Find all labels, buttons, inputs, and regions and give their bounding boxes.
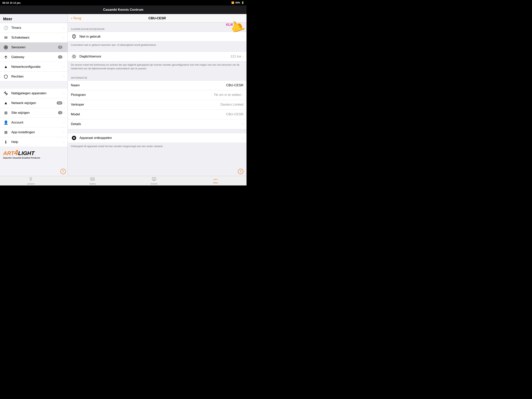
sidebar-label-help: Help [11,140,63,144]
chevron-icon: › [63,65,64,69]
sidebar-item-site-wijzigen[interactable]: ⊞ Site wijzigen 1 › [0,108,68,118]
sidebar-label-rechten: Rechten [11,75,63,78]
sidebar-divider [0,81,68,89]
help-button-left[interactable]: ? [60,169,66,174]
section-informatie-header: INFORMATIE [68,73,247,80]
sensoren-badge: 1 [58,45,62,49]
spacer [68,50,247,52]
sidebar-label-gateway: Gateway [11,55,58,59]
battery-icon: 🔋 [241,1,244,4]
info-naam-row: Naam CBU-CESR [68,80,247,90]
chevron-icon: › [63,111,64,115]
galerij-tab-icon [90,177,95,182]
chevron-icon: › [242,55,243,58]
chevron-icon: › [63,36,64,39]
content-area: ‹ Terug CBU-CESR AANWEZIGHEIDSSENSOR Nie… [68,14,247,176]
content-header: ‹ Terug CBU-CESR [68,14,247,23]
sidebar-item-schakelaars[interactable]: ✉ Schakelaars › [0,33,68,42]
aanwezigheidssensor-description: Controleert wat er gebeurt wanneer aan- … [68,41,247,50]
app-instellingen-icon: ⊞ [3,129,9,135]
tab-meer[interactable]: ••• Meer [185,176,247,186]
sidebar-item-help[interactable]: ℹ Help › [0,137,68,147]
sidebar-item-rechten[interactable]: Rechten › [0,72,68,81]
chevron-icon: › [63,26,64,30]
chevron-icon: › [63,91,64,95]
back-label: Terug [73,16,81,20]
status-time-area: 08:18 Di 12 jan. [2,1,21,4]
chevron-icon: › [242,93,243,97]
sidebar-label-timers: Timers [11,26,63,30]
svg-line-13 [72,55,73,55]
chevron-icon: › [242,136,243,140]
scenes-tab-label: Scènes [151,183,158,185]
tab-lampen[interactable]: Lampen [0,176,62,186]
gateway-badge: 1 [58,55,62,59]
chevron-icon: › [63,55,64,59]
sidebar-item-account[interactable]: 👤 Account › [0,118,68,127]
sidebar-item-nabijgelegen[interactable]: Nabijgelegen apparaten › [0,89,68,98]
logo-subtitle: Importer Casambi Enabled Products [3,157,64,159]
schakelaars-icon: ✉ [3,35,9,40]
ontkoppelen-label: Apparaat ontkoppelen [79,136,241,140]
info-pictogram-row[interactable]: Pictogram Tik om in te stellen › [68,90,247,100]
lampen-tab-icon [29,177,33,182]
sidebar-item-timers[interactable]: 🕐 Timers › [0,23,68,33]
sidebar-item-netwerk-wijzigen[interactable]: ▲ Netwerk wijzigen 32 › [0,98,68,108]
account-icon: 👤 [3,120,9,125]
sidebar: Meer 🕐 Timers › ✉ Schakelaars › Sensoren… [0,14,68,176]
sidebar-item-sensoren[interactable]: Sensoren 1 › [0,42,68,52]
info-verkoper-row: Verkoper Danlers Limited [68,100,247,110]
tab-galerij[interactable]: Galerij [62,176,123,186]
sidebar-item-gateway[interactable]: Gateway 1 › [0,52,68,62]
logo-light: LIGHT [18,150,34,156]
details-label: Details [71,122,100,126]
sidebar-item-netwerkconfiguratie[interactable]: ▲ Netwerkconfiguratie › [0,62,68,72]
pictogram-value: Tik om in te stellen [214,93,241,97]
chevron-icon: › [63,101,64,105]
chevron-icon: › [63,130,64,134]
svg-marker-25 [154,178,155,180]
logo-area: ART4LIGHT Importer Casambi Enabled Produ… [0,147,68,162]
meer-tab-icon: ••• [213,178,218,181]
svg-line-15 [72,58,73,58]
sidebar-label-account: Account [11,121,63,124]
battery-text: 80% [235,1,240,4]
timers-icon: 🕐 [3,25,9,31]
tab-bar: Lampen Galerij Scènes ••• Meer [0,176,247,186]
daglichtsensor-row[interactable]: Daglichtsensor 121 lux › [68,52,247,61]
svg-point-8 [73,56,75,58]
tab-scenes[interactable]: Scènes [123,176,185,186]
help-button-right[interactable]: ? [238,169,243,174]
logo-text: ART4LIGHT [3,149,64,157]
app-title: Casambi Kennis Centrum [103,8,144,12]
naam-value: CBU-CESR [100,83,243,87]
daglichtsensor-label: Daglichtsensor [79,55,231,58]
sidebar-item-app-instellingen[interactable]: ⊞ App-instellingen › [0,127,68,137]
back-button[interactable]: ‹ Terug [71,16,81,20]
chevron-icon: › [63,140,64,144]
netwerk-wijzigen-badge: 32 [57,101,62,105]
netwerkconfiguratie-icon: ▲ [3,64,9,70]
wifi-icon: 📶 [231,1,234,4]
section-aanwezigheidssensor-header: AANWEZIGHEIDSSENSOR [68,25,247,32]
site-wijzigen-badge: 1 [58,111,62,114]
aanwezigheidssensor-row[interactable]: Niet in gebruik › [68,32,247,41]
help-icon: ℹ [3,139,9,145]
main-layout: Meer 🕐 Timers › ✉ Schakelaars › Sensoren… [0,14,247,176]
spacer [68,23,247,25]
svg-point-7 [74,35,75,36]
sidebar-label-site-wijzigen: Site wijzigen [11,111,58,115]
sidebar-label-sensoren: Sensoren [11,45,58,49]
aanwezigheidssensor-icon [71,33,77,40]
nabijgelegen-icon [3,90,9,96]
svg-point-2 [6,47,6,48]
sidebar-label-netwerkconfiguratie: Netwerkconfiguratie [11,65,63,69]
info-details-row[interactable]: Details › [68,119,247,129]
aanwezigheidssensor-label: Niet in gebruik [79,35,241,39]
logo-4: 4 [14,149,18,157]
ontkoppelen-row[interactable]: Apparaat ontkoppelen › [68,133,247,143]
verkoper-value: Danlers Limited [221,103,243,107]
lampen-tab-label: Lampen [27,183,35,185]
rechten-icon [3,74,9,79]
daglichtsensor-description: De sensor meet het lichtniveau en scènes… [68,61,247,73]
